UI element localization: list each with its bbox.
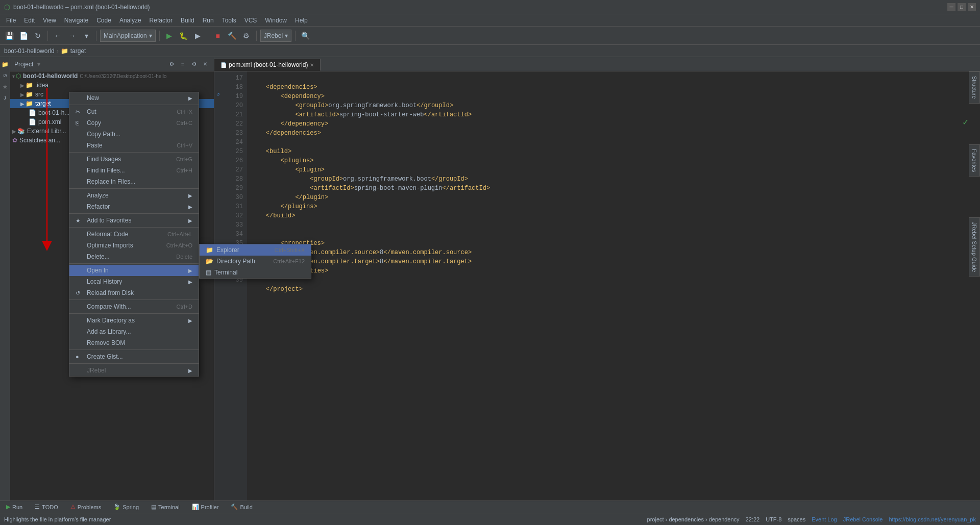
build-button[interactable]: 🔨 (226, 30, 238, 42)
menu-build[interactable]: Build (177, 16, 199, 25)
run-coverage[interactable]: ▶ (192, 30, 204, 42)
toolbar-search[interactable]: 🔍 (299, 30, 311, 42)
ctx-paste[interactable]: Paste Ctrl+V (69, 140, 199, 151)
ctx-add-library-label: Add as Library... (87, 328, 131, 335)
bottom-tab-terminal[interactable]: ▤ Terminal (149, 503, 182, 511)
bottom-tab-profiler[interactable]: 📊 Profiler (190, 503, 221, 511)
ctx-replace-files[interactable]: Replace in Files... (69, 176, 199, 187)
ctx-remove-bom[interactable]: Remove BOM (69, 337, 199, 348)
ctx-reload[interactable]: ↺ Reload from Disk (69, 287, 199, 298)
menu-file[interactable]: File (2, 16, 20, 25)
breadcrumb-project[interactable]: boot-01-helloworld (4, 47, 55, 55)
menu-refactor[interactable]: Refactor (145, 16, 177, 25)
run-button[interactable]: ▶ (163, 30, 176, 42)
toolbar-back[interactable]: ← (52, 30, 64, 42)
sidebar-structure-icon[interactable]: S (0, 70, 10, 81)
menu-help[interactable]: Help (291, 16, 312, 25)
ctx-delete[interactable]: Delete... Delete (69, 251, 199, 262)
ctx-optimize[interactable]: Optimize Imports Ctrl+Alt+O (69, 240, 199, 251)
right-tab-structure[interactable]: Structure (969, 71, 980, 104)
right-tab-jrebel[interactable]: JRebel Setup Guide (969, 217, 980, 277)
code-area[interactable]: <dependencies> <dependency> <groupId>org… (247, 71, 980, 501)
toolbar-btn5[interactable]: ⚙ (240, 30, 253, 42)
ctx-copy[interactable]: ⎘ Copy Ctrl+C (69, 117, 199, 129)
sidebar-project-icon[interactable]: 📁 (0, 59, 10, 69)
code-line-32: </build> (251, 211, 976, 220)
bottom-tab-problems[interactable]: ⚠ Problems (68, 503, 103, 511)
sync-btn[interactable]: ⚙ (167, 60, 176, 69)
right-tab-favorites[interactable]: Favorites (969, 144, 980, 177)
code-line-24 (251, 138, 976, 147)
menu-vcs[interactable]: VCS (240, 16, 261, 25)
problems-icon: ⚠ (70, 504, 76, 510)
menu-run[interactable]: Run (199, 16, 218, 25)
ctx-sep2 (69, 152, 199, 153)
menu-edit[interactable]: Edit (20, 16, 39, 25)
ctx-new[interactable]: New ▶ (69, 92, 199, 104)
build-label: Build (240, 504, 252, 510)
ctx-sep6 (69, 263, 199, 264)
ctx-reformat[interactable]: Reformat Code Ctrl+Alt+L (69, 229, 199, 240)
ctx-cut[interactable]: ✂ Cut Ctrl+X (69, 106, 199, 117)
bottom-tab-build[interactable]: 🔨 Build (229, 503, 254, 511)
tree-item-idea[interactable]: ▶ 📁 .idea (10, 81, 214, 90)
problems-label: Problems (78, 504, 101, 510)
breadcrumb-target[interactable]: target (70, 47, 86, 55)
ctx-create-gist[interactable]: ● Create Gist... (69, 351, 199, 362)
ctx-analyze[interactable]: Analyze ▶ (69, 190, 199, 201)
event-log-link[interactable]: Event Log (812, 516, 837, 522)
menu-analyze[interactable]: Analyze (115, 16, 145, 25)
ctx-open-in[interactable]: Open In ▶ (69, 265, 199, 276)
ctx-local-history[interactable]: Local History ▶ (69, 276, 199, 287)
toolbar-refresh[interactable]: ↻ (32, 30, 44, 42)
toolbar-forward[interactable]: → (66, 30, 78, 42)
submenu-terminal[interactable]: ▤ Terminal (200, 267, 311, 278)
sidebar-jrebel-icon[interactable]: J (0, 93, 10, 103)
menu-window[interactable]: Window (261, 16, 291, 25)
ctx-compare[interactable]: Compare With... Ctrl+D (69, 301, 199, 312)
toolbar-recent[interactable]: ▾ (80, 30, 92, 42)
debug-button[interactable]: 🐛 (178, 30, 190, 42)
submenu-directory-path[interactable]: 📂 Directory Path Ctrl+Alt+F12 (200, 256, 311, 267)
bottom-tab-run[interactable]: ▶ Run (4, 503, 24, 511)
panel-hide[interactable]: ✕ (201, 60, 210, 69)
ctx-analyze-arrow: ▶ (188, 193, 192, 198)
submenu-explorer[interactable]: 📁 Explorer Ctrl+Shift+X (200, 244, 311, 256)
bottom-tab-todo[interactable]: ☰ TODO (33, 503, 60, 511)
ctx-mark-dir[interactable]: Mark Directory as ▶ (69, 315, 199, 326)
code-line-23: </dependencies> (251, 129, 976, 138)
maximize-button[interactable]: □ (958, 3, 966, 11)
ctx-copy-path[interactable]: Copy Path... (69, 129, 199, 140)
ctx-find-usages[interactable]: Find Usages Ctrl+G (69, 154, 199, 165)
ctx-find-files-label: Find in Files... (87, 167, 125, 174)
ctx-jrebel[interactable]: JRebel ▶ (69, 365, 199, 376)
ctx-find-files[interactable]: Find in Files... Ctrl+H (69, 165, 199, 176)
menu-code[interactable]: Code (92, 16, 115, 25)
bottom-tab-spring[interactable]: 🍃 Spring (111, 503, 141, 511)
ctx-add-favorites[interactable]: ★ Add to Favorites ▶ (69, 215, 199, 226)
ctx-copy-shortcut: Ctrl+C (177, 120, 192, 126)
toolbar-save[interactable]: 💾 (3, 30, 15, 42)
ctx-copy-label: Copy (87, 119, 101, 127)
menu-tools[interactable]: Tools (218, 16, 240, 25)
minimize-button[interactable]: ─ (947, 3, 955, 11)
toolbar-save2[interactable]: 📄 (17, 30, 30, 42)
main-app-dropdown[interactable]: MainApplication ▾ (100, 30, 156, 42)
jrebel-console-link[interactable]: JRebel Console (843, 516, 883, 522)
jrebel-dropdown[interactable]: JRebel ▾ (260, 30, 291, 42)
ctx-paste-shortcut: Ctrl+V (177, 142, 192, 148)
ctx-delete-shortcut: Delete (176, 254, 192, 260)
submenu-explorer-label: Explorer (216, 246, 239, 254)
ctx-refactor[interactable]: Refactor ▶ (69, 201, 199, 212)
menu-view[interactable]: View (39, 16, 60, 25)
close-button[interactable]: ✕ (968, 3, 976, 11)
panel-settings[interactable]: ⚙ (189, 60, 199, 69)
tree-item-root[interactable]: ▾ ⬡ boot-01-helloworld C:\Users\32120\De… (10, 71, 214, 81)
menu-navigate[interactable]: Navigate (60, 16, 92, 25)
tab-pomxml[interactable]: 📄 pom.xml (boot-01-helloworld) ✕ (214, 59, 321, 71)
stop-button[interactable]: ■ (212, 30, 224, 42)
sidebar-favorites-icon[interactable]: ★ (0, 82, 10, 92)
ctx-add-library[interactable]: Add as Library... (69, 326, 199, 337)
tab-close-btn[interactable]: ✕ (310, 62, 314, 68)
collapse-btn[interactable]: ≡ (178, 60, 187, 69)
